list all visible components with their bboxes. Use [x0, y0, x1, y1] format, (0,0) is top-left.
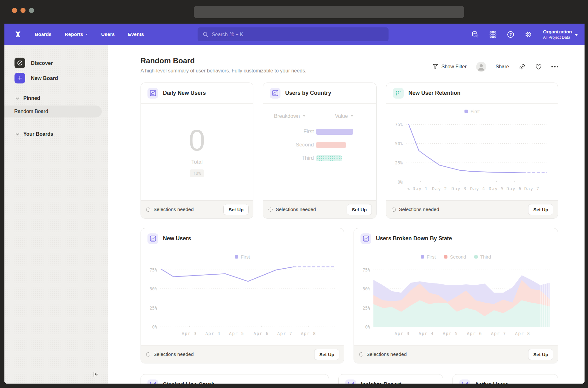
chevron-down-icon [575, 34, 578, 36]
metric-value: 0 [189, 126, 205, 155]
sidebar-item-label: Discover [31, 60, 53, 66]
cards-row-1: Daily New Users 0 Total ↑0% Selections n… [141, 83, 558, 219]
radio-circle-icon [268, 208, 273, 212]
sidebar-section-label: Your Boards [23, 131, 53, 137]
window-minimize-button[interactable] [20, 8, 26, 13]
line-chart-icon [459, 379, 470, 384]
card-title: Insights Report [361, 381, 401, 384]
hbar-third [316, 155, 342, 161]
nav-reports[interactable]: Reports [65, 31, 88, 37]
radio-circle-icon [146, 352, 150, 357]
search-icon [203, 31, 208, 37]
svg-text:?: ? [509, 32, 512, 37]
metric-block: 0 Total ↑0% [141, 104, 253, 200]
window-close-button[interactable] [12, 8, 17, 13]
share-button[interactable]: Share [496, 64, 509, 70]
chevron-down-icon [351, 115, 353, 117]
cards-row-2: New Users First75%50%25%0%Apr 3Apr 4Apr … [141, 228, 558, 363]
app-window: Boards Reports Users Events Search ⌘ + K [4, 24, 585, 384]
avatar[interactable] [476, 62, 486, 72]
set-up-button[interactable]: Set Up [528, 204, 553, 215]
radio-circle-icon [359, 352, 363, 357]
new-users-line-chart: First75%50%25%0%Apr 3Apr 4Apr 5Apr 6Apr … [141, 249, 344, 345]
sidebar-item-discover[interactable]: Discover [4, 58, 108, 68]
page-subtitle: A high-level summary of user behaviors. … [141, 68, 306, 74]
card-daily-new-users: Daily New Users 0 Total ↑0% Selections n… [141, 83, 253, 219]
apps-grid-icon[interactable] [489, 30, 497, 38]
status-selections-needed: Selections needed [392, 207, 439, 212]
hbar-row: Third [263, 155, 376, 161]
chevron-down-icon [16, 97, 19, 100]
titlebar [0, 0, 588, 24]
org-switcher[interactable]: Organization All Project Data [543, 29, 578, 40]
card-users-by-country: Users by Country Breakdown Value First [263, 83, 377, 219]
nav-boards[interactable]: Boards [35, 31, 51, 37]
window-zoom-button[interactable] [29, 8, 34, 13]
sidebar-section-your-boards[interactable]: Your Boards [4, 131, 108, 137]
chevron-down-icon [85, 34, 88, 35]
sidebar-section-pinned[interactable]: Pinned [4, 95, 108, 101]
help-icon[interactable]: ? [506, 30, 515, 38]
line-chart-icon [147, 233, 158, 244]
hbar-row: First [263, 128, 376, 135]
more-options-icon[interactable] [551, 66, 558, 67]
value-dropdown[interactable]: Value [335, 113, 353, 119]
hbar-row: Second [263, 142, 376, 148]
data-management-icon[interactable] [471, 30, 479, 38]
search-input[interactable]: Search ⌘ + K [198, 27, 389, 41]
line-chart-icon [147, 88, 158, 99]
copy-link-icon[interactable] [519, 63, 526, 70]
settings-gear-icon[interactable] [524, 30, 532, 38]
retention-dots-icon [393, 88, 404, 99]
sidebar: Discover New Board Pinned Random Board Y… [4, 45, 108, 384]
set-up-button[interactable]: Set Up [347, 204, 372, 215]
mixpanel-logo-icon[interactable] [14, 31, 22, 38]
card-users-by-state: Users Broken Down By State FirstSecondTh… [354, 228, 558, 363]
card-title: Users Broken Down By State [376, 235, 452, 242]
favorite-heart-icon[interactable] [535, 63, 542, 70]
org-project: All Project Data [543, 35, 572, 40]
nav-users[interactable]: Users [101, 31, 115, 37]
filter-icon [432, 64, 438, 70]
status-selections-needed: Selections needed [146, 351, 194, 357]
board-main: Random Board A high-level summary of use… [108, 45, 585, 384]
line-chart-icon [270, 88, 280, 99]
sidebar-item-label: New Board [31, 75, 58, 81]
stacked-area-chart: FirstSecondThird75%50%25%0%Apr 3Apr 4Apr… [354, 249, 558, 345]
status-selections-needed: Selections needed [359, 351, 407, 357]
card-title: Active Users [475, 381, 508, 384]
chevron-down-icon [16, 133, 19, 135]
sidebar-item-new-board[interactable]: New Board [4, 73, 108, 83]
set-up-button[interactable]: Set Up [314, 349, 339, 360]
card-insights-report: Insights Report [338, 374, 443, 384]
card-title: Users by Country [285, 90, 331, 96]
breakdown-dropdown[interactable]: Breakdown [263, 113, 316, 119]
nav-events[interactable]: Events [128, 31, 144, 37]
card-title: New Users [163, 235, 191, 242]
address-bar[interactable] [194, 6, 464, 18]
collapse-sidebar-icon[interactable] [91, 369, 101, 380]
show-filter-button[interactable]: Show Filter [432, 64, 467, 70]
sidebar-item-label: Random Board [14, 109, 48, 114]
top-navbar: Boards Reports Users Events Search ⌘ + K [4, 24, 585, 45]
set-up-button[interactable]: Set Up [223, 204, 249, 215]
card-title: New User Retention [408, 90, 460, 96]
nav-items: Boards Reports Users Events [35, 31, 144, 37]
card-title: Daily New Users [163, 90, 206, 96]
set-up-button[interactable]: Set Up [528, 349, 553, 360]
hbar-second [316, 142, 346, 148]
card-title: Stacked Line Graph [163, 381, 215, 384]
radio-circle-icon [392, 208, 396, 212]
sidebar-item-random-board[interactable]: Random Board [4, 106, 102, 117]
metric-delta-badge: ↑0% [190, 169, 204, 177]
board-header: Random Board A high-level summary of use… [141, 56, 558, 74]
card-new-users: New Users First75%50%25%0%Apr 3Apr 4Apr … [141, 228, 344, 363]
line-chart-icon [345, 379, 356, 384]
card-new-user-retention: New User Retention First75%50%25%0%<Day … [386, 83, 558, 219]
line-chart-icon [360, 233, 371, 244]
metric-label: Total [191, 159, 203, 165]
incomplete-data-overlay [540, 280, 550, 327]
plus-icon [14, 73, 25, 83]
org-name: Organization [543, 29, 572, 35]
retention-line-chart: First75%50%25%0%<Day 1Day 2Day 3Day 4Day… [386, 104, 558, 200]
